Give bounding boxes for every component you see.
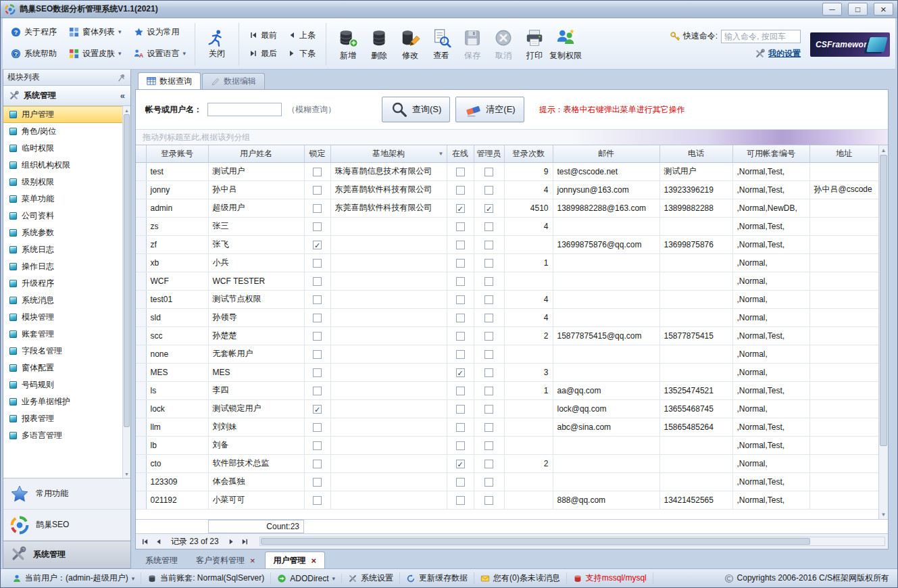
scrollbar-thumb[interactable] bbox=[124, 114, 130, 427]
statusbar-item[interactable]: ADODirect▾ bbox=[271, 574, 342, 583]
checkbox[interactable]: ✓ bbox=[313, 241, 322, 249]
table-row[interactable]: zf张飞✓13699875876@qq.com13699875876,Norma… bbox=[136, 235, 878, 253]
checkbox[interactable] bbox=[484, 314, 493, 322]
sidebar-item[interactable]: 系统日志 bbox=[3, 241, 122, 258]
scroll-down-icon[interactable]: ▼ bbox=[879, 510, 888, 519]
sidebar-item[interactable]: 级别权限 bbox=[3, 174, 122, 191]
maximize-button[interactable]: □ bbox=[848, 3, 868, 16]
set-language-button[interactable]: A设置语言▾ bbox=[131, 46, 189, 62]
sidebar-item[interactable]: 账套管理 bbox=[3, 326, 122, 343]
tab-data-query[interactable]: 数据查询 bbox=[138, 72, 201, 89]
checkbox[interactable] bbox=[456, 332, 465, 341]
pager-first-button[interactable] bbox=[139, 536, 151, 547]
checkbox[interactable] bbox=[313, 441, 322, 450]
copy-permission-button[interactable]: 复制权限 bbox=[550, 21, 581, 68]
checkbox[interactable] bbox=[456, 423, 465, 432]
clear-button[interactable]: 清空(E) bbox=[455, 97, 524, 122]
shortcut-seo[interactable]: 鹊巢SEO bbox=[3, 510, 130, 541]
checkbox[interactable] bbox=[313, 478, 322, 487]
table-row[interactable]: jonny孙中吕东莞喜鹊软件科技有限公司4jonnysun@163.com139… bbox=[136, 180, 878, 199]
table-row[interactable]: llm刘刘妹abc@sina.com15865485264,Normal,Tes… bbox=[136, 418, 878, 436]
my-settings-link[interactable]: 我的设置 bbox=[768, 48, 801, 59]
pager-next-button[interactable] bbox=[226, 536, 238, 547]
checkbox[interactable] bbox=[484, 423, 493, 432]
print-button[interactable]: 打印 bbox=[519, 21, 550, 68]
view-button[interactable]: 查看 bbox=[426, 21, 457, 68]
checkbox[interactable] bbox=[313, 368, 322, 377]
checkbox[interactable] bbox=[484, 405, 493, 414]
checkbox[interactable] bbox=[484, 460, 493, 468]
checkbox[interactable] bbox=[484, 441, 493, 450]
checkbox[interactable] bbox=[456, 387, 465, 395]
checkbox[interactable] bbox=[313, 295, 322, 304]
table-row[interactable]: scc孙楚楚215877875415@qq.com15877875415,Nor… bbox=[136, 326, 878, 345]
about-button[interactable]: ?关于程序 bbox=[8, 24, 59, 40]
pager-last-button[interactable] bbox=[239, 536, 251, 547]
sidebar-item[interactable]: 菜单功能 bbox=[3, 191, 122, 207]
scroll-up-icon[interactable]: ▲ bbox=[879, 145, 888, 155]
scroll-down-icon[interactable]: ▼ bbox=[123, 470, 130, 478]
table-row[interactable]: MESMES✓3,Normal, bbox=[136, 363, 878, 381]
account-input[interactable] bbox=[207, 103, 282, 116]
next-record-button[interactable]: 下条 bbox=[284, 47, 320, 61]
grid-vertical-scrollbar[interactable]: ▲ ▼ bbox=[878, 145, 888, 519]
statusbar-item[interactable]: 更新缓存数据 bbox=[400, 572, 474, 584]
checkbox[interactable] bbox=[456, 405, 465, 414]
checkbox[interactable] bbox=[484, 387, 493, 395]
checkbox[interactable] bbox=[313, 350, 322, 359]
checkbox[interactable] bbox=[313, 168, 322, 176]
sidebar-item[interactable]: 用户管理 bbox=[3, 106, 122, 123]
checkbox[interactable] bbox=[456, 186, 465, 195]
group-by-bar[interactable]: 拖动列标题至此,根据该列分组 bbox=[136, 129, 888, 145]
table-row[interactable]: WCFWCF TESTER,Normal, bbox=[136, 272, 878, 290]
sidebar-item[interactable]: 字段名管理 bbox=[3, 343, 122, 360]
statusbar-item[interactable]: 支持mssql/mysql bbox=[567, 572, 653, 584]
checkbox[interactable] bbox=[456, 241, 465, 249]
checkbox[interactable] bbox=[313, 222, 322, 231]
shortcut-system-management[interactable]: 系统管理 bbox=[3, 541, 130, 568]
checkbox[interactable] bbox=[456, 222, 465, 231]
go-first-button[interactable]: 最前 bbox=[245, 28, 281, 43]
checkbox[interactable] bbox=[484, 496, 493, 505]
checkbox[interactable] bbox=[313, 496, 322, 505]
sidebar-group-system[interactable]: 系统管理 « bbox=[3, 86, 130, 106]
checkbox[interactable] bbox=[484, 168, 493, 176]
sidebar-item[interactable]: 角色/岗位 bbox=[3, 123, 122, 140]
statusbar-item[interactable]: 当前用户：(admin-超级用户)▾ bbox=[6, 572, 141, 584]
prev-record-button[interactable]: 上条 bbox=[284, 28, 320, 43]
close-tab-icon[interactable]: × bbox=[311, 556, 317, 565]
sidebar-item[interactable]: 报表管理 bbox=[3, 410, 122, 427]
column-header[interactable]: 电话 bbox=[659, 145, 732, 162]
checkbox[interactable] bbox=[484, 368, 493, 377]
checkbox[interactable] bbox=[484, 350, 493, 359]
filter-arrow-icon[interactable]: ▼ bbox=[439, 151, 444, 157]
checkbox[interactable] bbox=[456, 478, 465, 487]
statusbar-item[interactable]: 您有(0)条未读消息 bbox=[474, 572, 567, 584]
scrollbar-thumb[interactable] bbox=[880, 155, 887, 446]
checkbox[interactable] bbox=[484, 332, 493, 341]
add-button[interactable]: 新增 bbox=[332, 21, 364, 68]
table-row[interactable]: lock测试锁定用户✓lock@qq.com13655468745,Normal… bbox=[136, 399, 878, 418]
modify-button[interactable]: 修改 bbox=[395, 21, 426, 68]
checkbox[interactable] bbox=[484, 478, 493, 487]
checkbox[interactable] bbox=[313, 314, 322, 322]
scrollbar-thumb[interactable] bbox=[261, 538, 810, 545]
checkbox[interactable] bbox=[313, 460, 322, 468]
go-last-button[interactable]: 最后 bbox=[245, 47, 281, 61]
checkbox[interactable]: ✓ bbox=[484, 204, 493, 213]
sidebar-item[interactable]: 业务单据维护 bbox=[3, 393, 122, 410]
checkbox[interactable] bbox=[313, 277, 322, 286]
search-button[interactable]: 查询(S) bbox=[382, 97, 450, 122]
column-header[interactable]: 登录次数 bbox=[504, 145, 553, 162]
close-tab-icon[interactable]: × bbox=[250, 556, 255, 565]
statusbar-item[interactable]: 系统设置 bbox=[342, 572, 400, 584]
table-row[interactable]: test01测试节点权限4,Normal, bbox=[136, 290, 878, 308]
column-header[interactable]: 锁定 bbox=[304, 145, 330, 162]
sidebar-item[interactable]: 窗体配置 bbox=[3, 360, 122, 376]
column-header[interactable]: 可用帐套编号 bbox=[732, 145, 809, 162]
quick-command-input[interactable] bbox=[721, 30, 801, 43]
minimize-button[interactable]: ─ bbox=[822, 3, 842, 16]
column-header[interactable]: 邮件 bbox=[553, 145, 659, 162]
sidebar-item[interactable]: 多语言管理 bbox=[3, 427, 122, 444]
sidebar-item[interactable]: 模块管理 bbox=[3, 309, 122, 326]
